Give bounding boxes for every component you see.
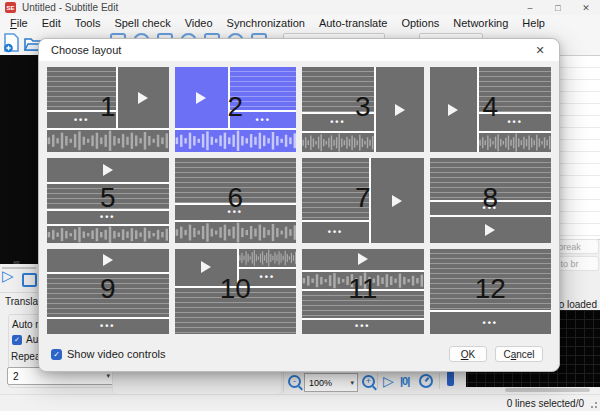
zero-offset-button[interactable]: |0|	[400, 375, 409, 387]
textbox-dots: •••	[255, 116, 270, 125]
textbox-dots: •••	[100, 213, 115, 222]
maximize-button[interactable]: □	[544, 0, 572, 15]
menu-item-file[interactable]: File	[3, 15, 35, 32]
subtitle-list-view[interactable]	[557, 55, 600, 240]
divider	[439, 373, 440, 389]
zoom-in-icon[interactable]: +	[362, 375, 375, 388]
layout-group: •••	[479, 67, 551, 152]
ok-button[interactable]: OK	[449, 346, 487, 362]
layout-option-1[interactable]: •••1	[47, 67, 169, 152]
mini-text: •••	[47, 211, 169, 224]
layout-group: •••	[47, 158, 169, 243]
layout-option-7[interactable]: •••7	[302, 158, 424, 243]
position-marker-icon[interactable]	[447, 371, 454, 386]
layout-group: •••	[47, 67, 116, 128]
mini-list	[430, 158, 552, 200]
video-stop-button[interactable]	[22, 273, 37, 287]
layout-group: •••	[175, 67, 297, 152]
layout-option-8[interactable]: •••8	[430, 158, 552, 243]
scrollbar-thumb[interactable]	[505, 388, 590, 392]
divider	[377, 373, 378, 389]
layout-option-11[interactable]: •••11	[302, 249, 424, 334]
mini-video	[376, 67, 424, 152]
layout-option-6[interactable]: •••6	[175, 158, 297, 243]
status-bar: 0 lines selected/0	[0, 394, 600, 411]
play-icon	[358, 253, 368, 265]
layout-group: •••	[302, 158, 369, 243]
mini-text: •••	[47, 112, 116, 129]
layout-option-10[interactable]: •••10	[175, 249, 297, 334]
layout-group: •••	[302, 67, 424, 152]
textbox-dots: •••	[328, 228, 343, 237]
menu-item-networking[interactable]: Networking	[446, 15, 515, 32]
mini-video	[430, 67, 478, 152]
playback-speed-icon[interactable]	[419, 374, 433, 388]
menu-item-tools[interactable]: Tools	[68, 15, 108, 32]
layout-group: •••	[175, 249, 297, 334]
auto-checkbox[interactable]: ✓	[12, 335, 22, 345]
mini-list	[47, 274, 169, 318]
show-video-controls-row[interactable]: ✓ Show video controls	[51, 348, 165, 360]
mini-wave	[47, 130, 169, 152]
play-icon	[395, 104, 405, 116]
close-button[interactable]: ✕	[572, 0, 600, 15]
layout-option-4[interactable]: •••4	[430, 67, 552, 152]
mini-list	[302, 67, 374, 112]
menu-item-spell-check[interactable]: Spell check	[107, 15, 177, 32]
resize-grip[interactable]	[591, 402, 597, 408]
mini-text: •••	[430, 312, 552, 334]
mini-wave	[47, 226, 169, 243]
menu-item-options[interactable]: Options	[394, 15, 446, 32]
mini-video	[175, 67, 229, 128]
textbox-dots: •••	[100, 322, 115, 331]
menu-item-synchronization[interactable]: Synchronization	[220, 15, 312, 32]
video-play-button[interactable]: ▷	[2, 268, 14, 283]
play-icon	[485, 224, 495, 236]
play-icon	[201, 261, 211, 273]
dialog-close-icon[interactable]: ✕	[529, 41, 551, 59]
play-icon	[103, 164, 113, 176]
title-bar: SE Untitled - Subtitle Edit – □ ✕	[0, 0, 600, 15]
mini-video	[302, 249, 424, 270]
mini-wave	[479, 133, 551, 152]
layout-group: •••	[175, 158, 297, 243]
mini-list	[430, 249, 552, 310]
layout-group: •••	[175, 67, 297, 128]
textbox-dots: •••	[74, 116, 89, 125]
dialog-footer: ✓ Show video controls OK Cancel	[39, 343, 559, 365]
app-logo-icon: SE	[5, 2, 16, 13]
layout-option-3[interactable]: •••3	[302, 67, 424, 152]
window-title: Untitled - Subtitle Edit	[22, 2, 118, 13]
chevron-down-icon: ▾	[350, 379, 354, 387]
mini-wave	[175, 130, 297, 152]
layout-option-9[interactable]: •••9	[47, 249, 169, 334]
adjust-panel	[112, 369, 282, 395]
mini-text: •••	[302, 222, 369, 243]
menu-item-video[interactable]: Video	[178, 15, 220, 32]
waveform-play-button[interactable]: ▷	[383, 372, 394, 390]
layout-option-5[interactable]: •••5	[47, 158, 169, 243]
mini-list	[47, 184, 169, 209]
textbox-dots: •••	[228, 208, 243, 217]
menu-item-auto-translate[interactable]: Auto-translate	[312, 15, 394, 32]
textbox-dots: •••	[507, 118, 522, 127]
menu-item-help[interactable]: Help	[515, 15, 552, 32]
mini-wave	[302, 133, 374, 152]
layout-option-12[interactable]: •••12	[430, 249, 552, 334]
zoom-out-icon[interactable]: -	[288, 375, 301, 388]
minimize-button[interactable]: –	[516, 0, 544, 15]
layout-group: •••	[47, 67, 169, 152]
textbox-dots: •••	[260, 273, 275, 282]
new-file-icon[interactable]	[3, 33, 20, 53]
waveform-zoom-select[interactable]: 100% ▾	[304, 373, 358, 392]
mini-list	[175, 288, 297, 334]
show-video-controls-checkbox[interactable]: ✓	[51, 349, 62, 360]
layout-group: •••	[47, 67, 169, 128]
play-icon	[196, 92, 206, 104]
mini-list	[230, 67, 296, 110]
menu-item-edit[interactable]: Edit	[35, 15, 68, 32]
layout-group: •••	[302, 67, 374, 152]
layout-option-2[interactable]: •••2	[175, 67, 297, 152]
choose-layout-dialog: Choose layout ✕ •••1•••2•••3•••4•••5•••6…	[38, 38, 560, 372]
cancel-button[interactable]: Cancel	[495, 346, 543, 362]
